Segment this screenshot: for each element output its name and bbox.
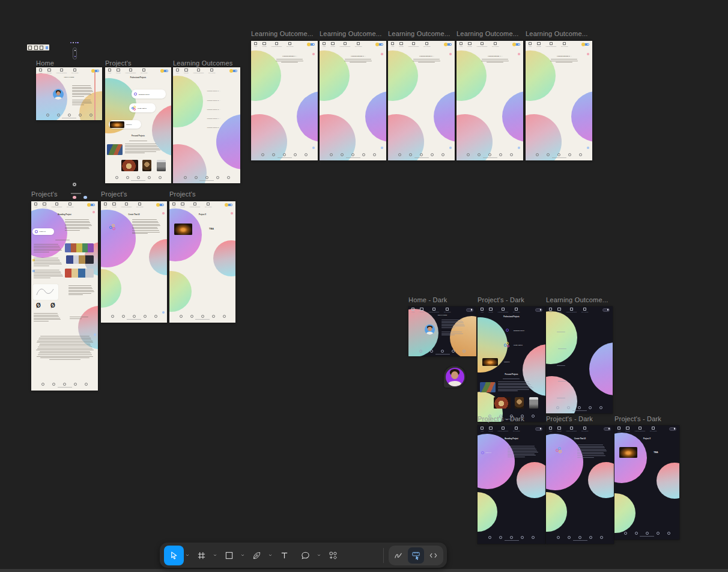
frame-tool-chevron[interactable] xyxy=(212,554,218,556)
text-line xyxy=(34,261,60,261)
frame-label-learning-outcomes[interactable]: Learning Outcomes xyxy=(173,59,232,67)
nav-item: Projects xyxy=(536,42,541,47)
nav-label: Projects xyxy=(47,72,51,73)
mini-pink-dot-component[interactable] xyxy=(73,196,76,199)
frame-label-projects-dark[interactable]: Project's - Dark xyxy=(478,296,524,303)
nav-item: Get In Touch xyxy=(561,42,568,47)
frame-learning-outcome-3[interactable]: HomeProjectsLearning OutcomesGet In Touc… xyxy=(388,41,455,160)
site-navbar: HomeProjectsLearning OutcomesGet In Touc… xyxy=(614,425,679,433)
outcome-heading: Learning outcome 4: … xyxy=(469,55,522,56)
nav-icon xyxy=(112,202,115,205)
text-tool-button[interactable] xyxy=(275,546,294,565)
frame-label-projects[interactable]: Project's xyxy=(105,59,132,67)
text-line xyxy=(125,145,157,146)
site-navbar: HomeProjectsLearning OutcomesGet In Touc… xyxy=(173,67,240,75)
nav-label: Learning Outcomes xyxy=(193,72,204,73)
moodboard-collage xyxy=(65,243,94,252)
frame-tool-button[interactable] xyxy=(192,546,211,565)
collaborator-avatar-pin[interactable] xyxy=(443,365,467,389)
personal-heading: Personal Projects xyxy=(105,135,171,137)
social-icon xyxy=(557,153,560,156)
nav-item: Get In Touch xyxy=(513,427,520,431)
draw-mode-button[interactable] xyxy=(390,547,407,564)
mini-scrollbar-component[interactable] xyxy=(73,47,77,59)
nav-label: Get In Touch xyxy=(205,206,211,207)
shape-tool-chevron[interactable] xyxy=(240,554,246,556)
frame-label-home-dark[interactable]: Home - Dark xyxy=(408,296,447,303)
dev-mode-button[interactable] xyxy=(425,547,441,564)
frame-create-that-ui-dark[interactable]: HomeProjectsLearning OutcomesGet In Touc… xyxy=(546,425,614,544)
frame-learning-outcome-1[interactable]: HomeProjectsLearning OutcomesGet In Touc… xyxy=(251,41,318,160)
actions-button[interactable] xyxy=(323,546,343,565)
frame-label-lo2[interactable]: Learning Outcome... xyxy=(320,30,381,37)
frame-label-branding-dark[interactable]: Project's - Dark xyxy=(478,415,524,422)
text-line xyxy=(72,105,84,105)
text-line xyxy=(418,62,435,62)
text-line xyxy=(38,339,91,339)
gradient-blob xyxy=(101,210,136,267)
frame-label-lo4[interactable]: Learning Outcome... xyxy=(457,30,518,37)
text-line xyxy=(441,324,464,325)
nav-label: Home xyxy=(176,72,179,73)
pen-tool-chevron[interactable] xyxy=(267,554,273,556)
social-icon xyxy=(478,153,481,156)
text-line xyxy=(39,338,90,338)
frame-project-x[interactable]: HomeProjectsLearning OutcomesGet In Touc… xyxy=(169,201,235,323)
social-icon xyxy=(452,350,455,353)
move-tool-button[interactable] xyxy=(164,546,184,565)
frame-label-lo1[interactable]: Learning Outcome... xyxy=(251,30,313,37)
figma-canvas[interactable]: Home HomeProjectsLearning OutcomesGet In… xyxy=(0,0,728,572)
frame-label-lo-dark[interactable]: Learning Outcome... xyxy=(546,296,608,303)
text-line xyxy=(441,320,462,320)
mini-blue-dot-component[interactable] xyxy=(83,196,87,199)
frame-label-create[interactable]: Project's xyxy=(101,190,127,198)
shape-tool-button[interactable] xyxy=(219,546,239,565)
frame-label-lo5[interactable]: Learning Outcome... xyxy=(526,30,587,37)
mini-gear-component[interactable] xyxy=(73,183,76,186)
copyright-line xyxy=(552,157,566,158)
frame-label-lo3[interactable]: Learning Outcome... xyxy=(388,30,450,37)
frame-create-that-ui[interactable]: HomeProjectsLearning OutcomesGet In Touc… xyxy=(101,201,167,323)
frame-branding-project[interactable]: HomeProjectsLearning OutcomesGet In Touc… xyxy=(31,201,98,391)
nav-icon xyxy=(550,42,553,45)
frame-project-x-dark[interactable]: HomeProjectsLearning OutcomesGet In Touc… xyxy=(614,425,679,540)
outcome-paragraph xyxy=(411,59,442,64)
pen-tool-button[interactable] xyxy=(247,546,267,565)
frame-learning-outcomes[interactable]: HomeProjectsLearning OutcomesGet In Touc… xyxy=(173,67,240,183)
nav-label: Projects xyxy=(419,311,423,312)
project-x-label: Project X xyxy=(504,361,509,362)
frame-label-projectx[interactable]: Project's xyxy=(169,190,196,198)
nav-label: Get In Touch xyxy=(423,46,430,47)
nav-item: Learning Outcomes xyxy=(126,68,136,73)
frame-projects[interactable]: HomeProjectsLearning OutcomesGet In Touc… xyxy=(105,67,171,183)
create-ui-paragraph xyxy=(577,445,607,458)
frame-label-projectx-dark[interactable]: Project's - Dark xyxy=(614,415,661,422)
text-line xyxy=(441,321,463,322)
frame-branding-project-dark[interactable]: HomeProjectsLearning OutcomesGet In Touc… xyxy=(478,425,545,544)
frame-label-branding[interactable]: Project's xyxy=(31,190,58,198)
frame-learning-outcome-5[interactable]: HomeProjectsLearning OutcomesGet In Touc… xyxy=(526,41,592,160)
design-mode-button[interactable] xyxy=(408,547,424,564)
gradient-blob xyxy=(320,50,350,101)
frame-learning-outcome-2[interactable]: HomeProjectsLearning OutcomesGet In Touc… xyxy=(320,41,386,160)
frame-learning-outcome-4[interactable]: HomeProjectsLearning OutcomesGet In Touc… xyxy=(457,41,523,160)
frame-projects-dark[interactable]: HomeProjectsLearning OutcomesGet In Touc… xyxy=(478,306,545,422)
move-tool-chevron[interactable] xyxy=(184,554,190,556)
social-icon xyxy=(52,383,55,386)
comment-tool-chevron[interactable] xyxy=(316,554,322,556)
outcome-line xyxy=(558,348,566,350)
frame-learning-outcomes-dark[interactable]: HomeProjectsLearning OutcomesGet In Touc… xyxy=(546,306,613,413)
text-line xyxy=(68,290,94,291)
frame-home[interactable]: HomeProjectsLearning OutcomesGet In Touc… xyxy=(36,67,102,120)
create-ui-label: Create That UI xyxy=(514,344,523,345)
frame-label-create-dark[interactable]: Project's - Dark xyxy=(546,415,593,422)
text-line xyxy=(132,219,157,220)
text-line xyxy=(34,278,50,278)
mini-dots-component[interactable] xyxy=(70,42,79,43)
toolbar-divider xyxy=(383,548,384,563)
outcome-heading: Learning outcome 5: … xyxy=(538,55,591,56)
frame-home-dark[interactable]: HomeProjectsLearning OutcomesGet In Touc… xyxy=(408,306,476,356)
comment-tool-button[interactable] xyxy=(296,546,315,565)
mini-navbar-component[interactable] xyxy=(27,44,49,50)
frame-label-home[interactable]: Home xyxy=(36,59,54,67)
